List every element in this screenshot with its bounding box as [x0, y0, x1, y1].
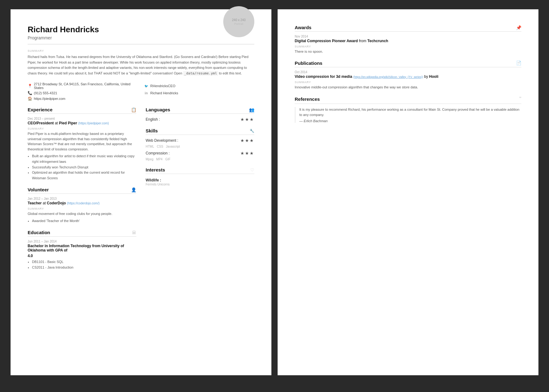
header-divider [28, 44, 254, 44]
languages-section: Languages 👥 English : ★★★ [146, 107, 254, 122]
right-column: Languages 👥 English : ★★★ [146, 107, 254, 276]
interest-item-wildlife: Wildlife : Ferrrets Unicorns [146, 177, 254, 186]
edu-entry-title: Bachelor in Information Technology from … [28, 244, 136, 252]
skills-header: Skills 🔧 [146, 128, 254, 133]
skill-item-compression: Compression : ★★★ [146, 151, 254, 156]
pub-title: Video compression for 3d media (https://… [295, 74, 521, 79]
award-date: Nov 2014 [295, 35, 521, 38]
publications-title: Publications [295, 60, 322, 66]
skill-tags-webdev: HTML CSS Javascript [146, 145, 254, 148]
interests-icon: ♡ [250, 167, 254, 172]
page-1: 240 x 240 Portrait Richard Hendricks Pro… [11, 9, 271, 375]
edu-bullet-0: DB1101 - Basic SQL [32, 259, 136, 265]
languages-title: Languages [146, 107, 170, 112]
summary-code: _data/resume.yml [183, 71, 218, 76]
volunteer-icon: 👤 [131, 187, 136, 192]
avatar: 240 x 240 Portrait [223, 6, 254, 37]
skill-name-compression: Compression : [146, 151, 170, 155]
volunteer-section: Volunteer 👤 Jan 2012 – Jan 2013 Teacher … [28, 187, 136, 224]
awards-header: Awards 📌 [295, 25, 521, 30]
resume-name: Richard Hendricks [28, 25, 254, 34]
edu-gpa: 4.0 [28, 254, 136, 258]
exp-summary-label: SUMMARY [28, 127, 136, 130]
pages-wrapper: 240 x 240 Portrait Richard Hendricks Pro… [11, 9, 538, 375]
award-summary-label: SUMMARY [295, 45, 521, 48]
phone-link[interactable]: (912) 555-4321 [34, 91, 57, 95]
skill-stars-webdev: ★★★ [240, 138, 254, 143]
education-divider [28, 236, 136, 237]
interest-tags: Ferrrets Unicorns [146, 183, 254, 186]
references-header: References " [295, 96, 521, 102]
avatar-label: 240 x 240 [232, 18, 246, 22]
vol-entry-title: Teacher at CoderDojo (https://coderdojo.… [28, 201, 136, 205]
experience-header: Experience 📋 [28, 107, 136, 112]
exp-entry-title: CEO/President at Pied Piper (https://pie… [28, 121, 136, 125]
languages-icon: 👥 [249, 107, 254, 112]
education-section: Education 🏛 Jun 2011 – Jan 2014 Bachelor… [28, 230, 136, 270]
experience-divider [28, 114, 136, 114]
contact-linkedin: in Richard Hendricks [144, 91, 254, 95]
skill-tags-compression: Mpeg MP4 GIF [146, 158, 254, 161]
contact-phone: 📞 (912) 555-4321 [28, 91, 138, 95]
publications-icon: 📄 [516, 60, 521, 65]
vol-bullets: Awarded 'Teacher of the Month' [32, 218, 136, 224]
experience-title: Experience [28, 107, 52, 112]
vol-entry-date: Jan 2012 – Jan 2013 [28, 197, 136, 200]
awards-title: Awards [295, 25, 311, 30]
interests-divider [146, 174, 254, 174]
awards-divider [295, 31, 521, 32]
education-icon: 🏛 [132, 230, 136, 235]
exp-summary-text: Pied Piper is a multi-platform technolog… [28, 131, 136, 152]
publications-divider [295, 67, 521, 67]
interest-name: Wildlife : [146, 178, 161, 182]
awards-section: Awards 📌 Nov 2014 Digital Compression Pi… [295, 25, 521, 54]
vol-bullet-0: Awarded 'Teacher of the Month' [32, 218, 136, 224]
education-header: Education 🏛 [28, 230, 136, 235]
exp-bullet-1: Successfully won Techcrunch Disrupt [32, 165, 136, 170]
edu-bullets: DB1101 - Basic SQL CS2011 - Java Introdu… [32, 259, 136, 270]
publications-header: Publications 📄 [295, 60, 521, 66]
vol-summary-text: Global movement of free coding clubs for… [28, 211, 136, 216]
exp-bullets: Built an algorithm for artist to detect … [32, 154, 136, 181]
skill-name-webdev: Web Development : [146, 138, 178, 143]
references-icon: " [520, 96, 521, 102]
contact-address: 📍 2712 Broadway St, CA 94115, San Franci… [28, 82, 138, 90]
languages-header: Languages 👥 [146, 107, 254, 112]
twitter-icon: 🐦 [144, 84, 148, 88]
publications-section: Publications 📄 Oct 2014 Video compressio… [295, 60, 521, 90]
languages-divider [146, 114, 254, 114]
linkedin-icon: in [144, 91, 148, 95]
skills-icon: 🔧 [250, 129, 254, 133]
website-link[interactable]: https://piedpiper.com [34, 97, 66, 100]
skills-section: Skills 🔧 Web Development : ★★★ [146, 128, 254, 161]
edu-entry-date: Jun 2011 – Jan 2014 [28, 240, 136, 243]
two-col-layout: Experience 📋 Dec 2013 – present CEO/Pres… [28, 107, 254, 276]
interests-section: Interests ♡ Wildlife : Ferrrets Unicorns [146, 167, 254, 186]
skills-title: Skills [146, 128, 158, 133]
pub-url-link[interactable]: (https://en.wikipedia.org/wiki/Silicon_V… [353, 75, 423, 78]
experience-section: Experience 📋 Dec 2013 – present CEO/Pres… [28, 107, 136, 181]
vol-org-link[interactable]: (https://coderdojo.com/) [67, 202, 100, 205]
contact-twitter: 🐦 RHendricksCEO [144, 82, 254, 90]
edu-bullet-1: CS2011 - Java Introduction [32, 265, 136, 270]
skills-divider [146, 135, 254, 135]
phone-icon: 📞 [28, 91, 32, 95]
exp-org-link[interactable]: (https://piedpiper.com) [78, 122, 109, 125]
award-title: Digital Compression Pioneer Award from T… [295, 39, 521, 43]
awards-icon: 📌 [516, 25, 521, 30]
avatar-sublabel: Portrait [232, 22, 246, 25]
vol-summary-label: SUMMARY [28, 207, 136, 210]
volunteer-header: Volunteer 👤 [28, 187, 136, 192]
exp-bullet-0: Built an algorithm for artist to detect … [32, 154, 136, 164]
summary-label: SUMMARY [28, 49, 254, 52]
education-title: Education [28, 230, 50, 235]
summary-section: SUMMARY Richard hails from Tulsa. He has… [28, 49, 254, 76]
website-icon: 🏠 [28, 96, 32, 101]
references-section: References " It is my pleasure to recomm… [295, 96, 521, 123]
award-summary-text: There is no spoon. [295, 49, 521, 54]
page-2: Awards 📌 Nov 2014 Digital Compression Pi… [278, 9, 538, 375]
exp-bullet-2: Optimized an algorithm that holds the cu… [32, 170, 136, 181]
lang-item-english: English : ★★★ [146, 117, 254, 122]
exp-entry-date: Dec 2013 – present [28, 117, 136, 120]
volunteer-divider [28, 194, 136, 194]
